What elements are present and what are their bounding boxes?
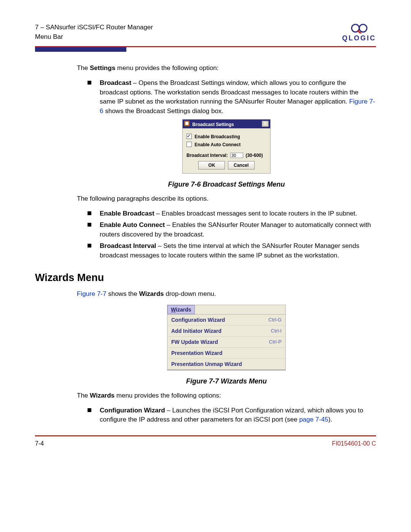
menu-item-configuration-wizard[interactable]: Configuration Wizard Ctrl-G — [167, 315, 285, 326]
footer-rule — [35, 435, 376, 436]
close-icon[interactable]: X — [262, 121, 269, 127]
qlogic-logo-text: QLOGIC — [342, 34, 376, 42]
page-number: 7-4 — [35, 440, 44, 447]
chapter-line: 7 – SANsurfer iSCSI/FC Router Manager — [35, 23, 153, 32]
svg-point-1 — [359, 24, 367, 32]
opt-configuration-wizard: Configuration Wizard – Launches the iSCS… — [77, 406, 376, 425]
qlogic-logo-icon — [349, 23, 370, 34]
opt-broadcast-interval: Broadcast Interval – Sets the time inter… — [77, 241, 376, 260]
qlogic-logo: QLOGIC — [342, 23, 376, 42]
options-intro: The following paragraphs describe its op… — [77, 195, 376, 203]
wizards-menu-header[interactable]: Wizards — [167, 305, 195, 314]
header-rule — [35, 46, 376, 47]
opt-enable-auto-connect: Enable Auto Connect – Enables the SANsur… — [77, 220, 376, 239]
wizards-intro: Figure 7-7 shows the Wizards drop-down m… — [77, 290, 376, 298]
broadcast-interval-row: Broadcast Interval: 30 (30-600) — [186, 153, 266, 158]
wizards-menu-heading: Wizards Menu — [35, 272, 376, 284]
ok-button[interactable]: OK — [198, 161, 225, 169]
broadcast-settings-dialog: Broadcast Settings X Enable Broadcasting… — [182, 119, 271, 174]
enable-broadcasting-checkbox[interactable] — [186, 134, 192, 139]
enable-broadcasting-row[interactable]: Enable Broadcasting — [186, 134, 266, 139]
enable-auto-connect-checkbox[interactable] — [186, 142, 192, 147]
page-footer: 7-4 FI0154601-00 C — [35, 440, 376, 447]
page-7-45-xref[interactable]: page 7-45 — [299, 416, 328, 423]
figure-7-7-caption: Figure 7-7 Wizards Menu — [77, 377, 376, 385]
enable-auto-connect-row[interactable]: Enable Auto Connect — [186, 142, 266, 147]
menu-item-presentation-wizard[interactable]: Presentation Wizard — [167, 348, 285, 359]
figure-7-7-xref[interactable]: Figure 7-7 — [77, 290, 106, 297]
menu-item-add-initiator-wizard[interactable]: Add Initiator Wizard Ctrl-I — [167, 326, 285, 337]
wizards-options-intro: The Wizards menu provides the following … — [77, 392, 376, 399]
broadcast-interval-input[interactable]: 30 — [230, 153, 243, 158]
wizards-menu: Wizards Configuration Wizard Ctrl-G Add … — [167, 305, 286, 371]
menu-item-presentation-unmap-wizard[interactable]: Presentation Unmap Wizard — [167, 359, 285, 370]
opt-enable-broadcast: Enable Broadcast – Enables broadcast mes… — [77, 209, 376, 219]
figure-7-6-caption: Figure 7-6 Broadcast Settings Menu — [77, 181, 376, 189]
java-icon — [184, 121, 190, 126]
dialog-titlebar: Broadcast Settings X — [183, 120, 270, 128]
menu-item-fw-update-wizard[interactable]: FW Update Wizard Ctrl-P — [167, 337, 285, 348]
document-number: FI0154601-00 C — [332, 440, 376, 447]
section-line: Menu Bar — [35, 32, 153, 42]
page-header: 7 – SANsurfer iSCSI/FC Router Manager Me… — [35, 23, 376, 42]
cancel-button[interactable]: Cancel — [228, 161, 255, 169]
settings-intro: The Settings menu provides the following… — [77, 64, 376, 72]
broadcast-bullet: Broadcast – Opens the Broadcast Settings… — [77, 78, 376, 116]
